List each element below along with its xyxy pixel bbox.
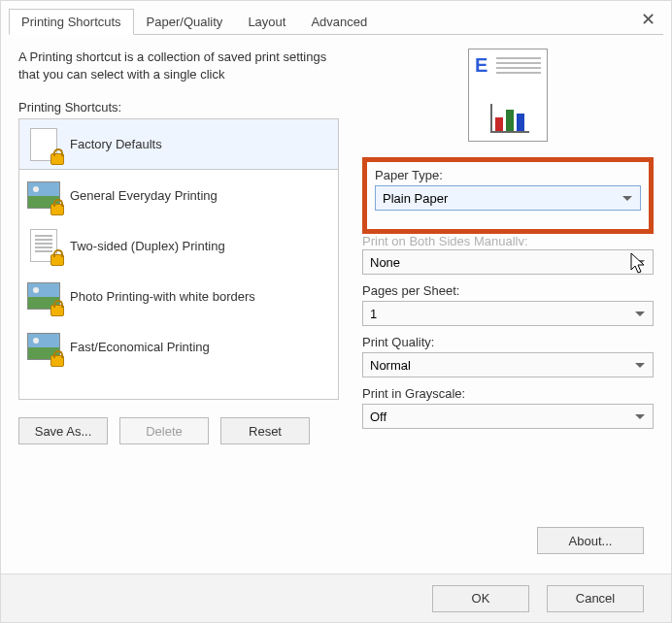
photo-icon (25, 177, 62, 213)
page-preview: E (468, 49, 548, 142)
tab-content: A Printing shortcut is a collection of s… (1, 35, 671, 452)
shortcut-general-everyday[interactable]: General Everyday Printing (19, 170, 338, 220)
shortcut-label: Factory Defaults (70, 137, 162, 151)
print-quality-select[interactable]: Normal (362, 352, 654, 377)
paper-type-label: Paper Type: (375, 168, 641, 182)
shortcut-duplex[interactable]: Two-sided (Duplex) Printing (19, 220, 338, 271)
lock-icon (50, 153, 64, 165)
lock-icon (50, 204, 64, 215)
both-sides-select[interactable]: None (362, 249, 654, 275)
preview-letter: E (475, 55, 487, 75)
cancel-button[interactable]: Cancel (547, 585, 644, 612)
pages-per-sheet-label: Pages per Sheet: (362, 283, 654, 298)
shortcut-label: Two-sided (Duplex) Printing (70, 239, 225, 253)
photo-icon (25, 278, 62, 314)
dialog-footer: OK Cancel (1, 574, 671, 622)
tab-strip: Printing Shortcuts Paper/Quality Layout … (9, 9, 663, 35)
both-sides-label: Print on Both Sides Manually: (362, 234, 654, 246)
shortcut-buttons: Save As... Delete Reset (18, 417, 339, 444)
tab-layout[interactable]: Layout (235, 9, 298, 34)
pages-per-sheet-select[interactable]: 1 (362, 301, 654, 326)
tab-advanced[interactable]: Advanced (298, 9, 380, 34)
shortcut-label: General Everyday Printing (70, 188, 218, 203)
lock-icon (50, 305, 64, 316)
about-row: About... (537, 527, 644, 554)
print-preferences-window: ✕ Printing Shortcuts Paper/Quality Layou… (0, 0, 672, 623)
preview-lines (496, 57, 541, 59)
paper-type-select[interactable]: Plain Paper (375, 185, 641, 211)
right-pane: E Paper Type: Plain Paper Print on Both … (362, 49, 654, 444)
left-pane: A Printing shortcut is a collection of s… (18, 49, 339, 444)
reset-button[interactable]: Reset (220, 417, 310, 444)
shortcut-photo-borders[interactable]: Photo Printing-with white borders (19, 271, 338, 321)
paper-type-highlight: Paper Type: Plain Paper (362, 157, 654, 234)
preview-chart-icon (490, 104, 529, 133)
lock-icon (50, 355, 64, 367)
print-quality-label: Print Quality: (362, 335, 654, 349)
ok-button[interactable]: OK (432, 585, 529, 612)
lock-icon (50, 254, 64, 266)
shortcuts-listbox[interactable]: Factory Defaults General Everyday Printi… (18, 118, 339, 400)
photo-icon (25, 328, 62, 365)
tab-printing-shortcuts[interactable]: Printing Shortcuts (9, 9, 134, 35)
page-icon (25, 126, 62, 163)
shortcut-factory-defaults[interactable]: Factory Defaults (19, 119, 338, 170)
page-icon (25, 227, 62, 264)
shortcuts-label: Printing Shortcuts: (18, 100, 339, 115)
delete-button: Delete (119, 417, 209, 444)
shortcut-label: Photo Printing-with white borders (70, 289, 255, 304)
about-button[interactable]: About... (537, 527, 644, 554)
intro-text: A Printing shortcut is a collection of s… (18, 49, 339, 82)
shortcut-fast-economical[interactable]: Fast/Economical Printing (19, 321, 338, 372)
save-as-button[interactable]: Save As... (18, 417, 108, 444)
shortcut-label: Fast/Economical Printing (70, 340, 210, 354)
close-button[interactable]: ✕ (633, 5, 663, 34)
tab-paper-quality[interactable]: Paper/Quality (134, 9, 236, 34)
grayscale-label: Print in Grayscale: (362, 386, 654, 401)
grayscale-select[interactable]: Off (362, 404, 654, 429)
